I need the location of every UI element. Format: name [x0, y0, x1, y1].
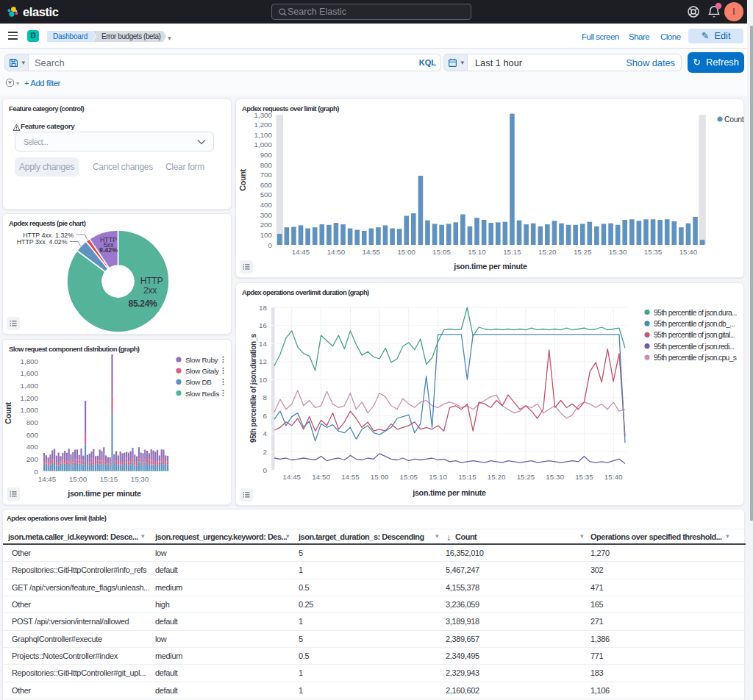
svg-text:15:20: 15:20	[488, 473, 506, 481]
svg-text:95th percentile of json.cpu_s: 95th percentile of json.cpu_s	[654, 354, 737, 362]
svg-text:15:30: 15:30	[609, 248, 627, 256]
svg-text:1,300: 1,300	[254, 111, 272, 119]
svg-text:0: 0	[263, 466, 268, 474]
svg-text:14:45: 14:45	[38, 475, 57, 483]
svg-text:16: 16	[259, 321, 267, 329]
svg-text:1,000: 1,000	[254, 140, 272, 149]
svg-text:800: 800	[260, 161, 273, 169]
svg-text:15:35: 15:35	[575, 473, 593, 481]
svg-text:14: 14	[259, 340, 267, 348]
svg-text:HTTP 3xx 4.02%: HTTP 3xx 4.02%	[17, 238, 68, 246]
svg-text:1,400: 1,400	[20, 382, 38, 390]
svg-text:Count: Count	[724, 115, 744, 124]
svg-text:95th percentile of json.redi..: 95th percentile of json.redi...	[654, 343, 734, 351]
svg-text:15:15: 15:15	[100, 475, 118, 483]
svg-text:1,200: 1,200	[254, 121, 272, 129]
svg-text:15:30: 15:30	[546, 473, 564, 481]
svg-text:15:15: 15:15	[458, 473, 477, 481]
svg-text:15:10: 15:10	[429, 473, 447, 481]
svg-text:15:40: 15:40	[679, 248, 698, 256]
svg-text:15:15: 15:15	[503, 248, 521, 256]
svg-text:400: 400	[26, 443, 39, 451]
svg-text:95th percentile of json.durati: 95th percentile of json.duration_s	[249, 333, 257, 443]
svg-text:600: 600	[26, 431, 39, 439]
svg-text:200: 200	[260, 221, 273, 229]
svg-text:Count: Count	[4, 401, 13, 424]
svg-text:8: 8	[263, 393, 268, 401]
svg-text:json.time per minute: json.time per minute	[412, 488, 486, 497]
svg-text:2xx: 2xx	[143, 285, 157, 296]
svg-text:15:20: 15:20	[538, 248, 557, 256]
svg-text:1,800: 1,800	[20, 357, 38, 365]
svg-text:14:50: 14:50	[327, 248, 346, 256]
svg-text:15:30: 15:30	[131, 475, 149, 483]
svg-text:700: 700	[260, 171, 273, 179]
svg-text:200: 200	[26, 455, 39, 463]
svg-text:15:00: 15:00	[397, 248, 415, 256]
svg-text:Slow Gitaly: Slow Gitaly	[185, 367, 219, 375]
svg-text:500: 500	[260, 190, 273, 199]
svg-text:9.42%: 9.42%	[99, 246, 118, 254]
svg-text:14:45: 14:45	[292, 248, 310, 256]
svg-text:1,000: 1,000	[20, 406, 38, 414]
svg-text:Count: Count	[238, 168, 247, 190]
svg-text:800: 800	[26, 418, 39, 426]
svg-text:15:00: 15:00	[371, 473, 389, 481]
svg-text:15:05: 15:05	[400, 473, 418, 481]
svg-text:0: 0	[268, 241, 273, 249]
svg-text:14:45: 14:45	[283, 473, 301, 481]
svg-text:HTTP: HTTP	[140, 276, 163, 286]
svg-text:Slow Redis: Slow Redis	[185, 390, 219, 398]
svg-text:95th percentile of json.dura..: 95th percentile of json.dura...	[654, 309, 737, 317]
svg-text:15:10: 15:10	[468, 248, 486, 256]
svg-text:14:55: 14:55	[363, 248, 381, 256]
svg-text:json.time per minute: json.time per minute	[67, 489, 141, 498]
svg-text:15:00: 15:00	[69, 475, 88, 483]
svg-text:6: 6	[263, 412, 268, 420]
svg-text:1,100: 1,100	[254, 131, 272, 139]
svg-text:Slow DB: Slow DB	[185, 378, 212, 386]
svg-text:95th percentile of json.gital.: 95th percentile of json.gital...	[654, 331, 735, 339]
svg-text:1,600: 1,600	[20, 369, 38, 377]
svg-text:100: 100	[260, 231, 273, 239]
svg-text:14:55: 14:55	[341, 473, 360, 481]
svg-text:15:25: 15:25	[574, 248, 592, 256]
svg-text:15:05: 15:05	[432, 248, 451, 256]
svg-text:1,200: 1,200	[20, 394, 38, 402]
svg-text:12: 12	[259, 357, 267, 365]
svg-text:900: 900	[260, 151, 273, 159]
svg-text:300: 300	[260, 211, 273, 219]
svg-text:2: 2	[263, 448, 267, 456]
svg-text:95th percentile of json.db_...: 95th percentile of json.db_...	[654, 320, 735, 328]
svg-text:15:25: 15:25	[517, 473, 535, 481]
svg-text:Slow Ruby: Slow Ruby	[185, 356, 218, 364]
svg-text:15:35: 15:35	[644, 248, 663, 256]
svg-text:400: 400	[260, 201, 273, 209]
svg-text:18: 18	[259, 304, 267, 312]
svg-text:json.time per minute: json.time per minute	[453, 262, 527, 271]
svg-text:600: 600	[260, 181, 273, 189]
svg-text:15:40: 15:40	[604, 473, 623, 481]
svg-text:85.24%: 85.24%	[129, 299, 158, 309]
svg-text:4: 4	[263, 429, 268, 438]
svg-text:10: 10	[259, 376, 267, 384]
svg-text:0: 0	[35, 468, 39, 476]
svg-text:14:50: 14:50	[312, 473, 330, 481]
